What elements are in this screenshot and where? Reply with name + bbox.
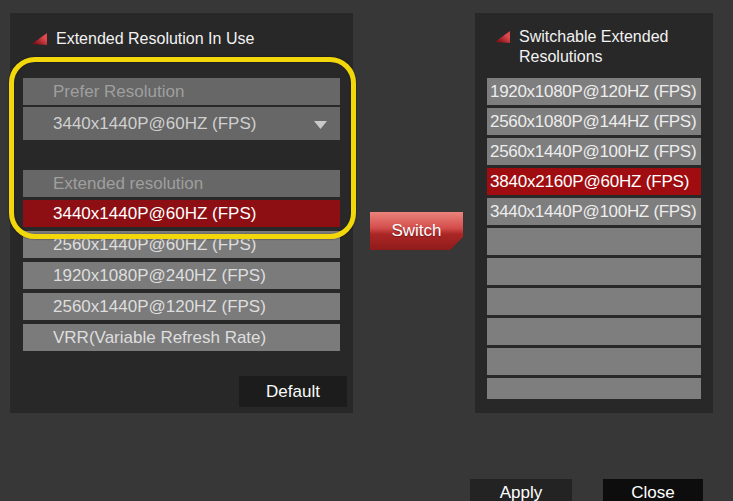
list-item-empty[interactable]: [487, 288, 701, 315]
close-button[interactable]: Close: [603, 479, 703, 501]
right-panel-title: Switchable Extended Resolutions: [519, 27, 695, 67]
left-panel-title: Extended Resolution In Use: [56, 29, 254, 49]
left-panel-header: Extended Resolution In Use: [32, 29, 254, 49]
list-item-resolution[interactable]: 1920x1080P@240HZ (FPS): [23, 262, 340, 289]
list-item-resolution[interactable]: 2560x1080P@144HZ (FPS): [487, 108, 701, 135]
list-item-empty[interactable]: [487, 348, 701, 375]
list-item-vrr[interactable]: VRR(Variable Refresh Rate): [23, 324, 340, 351]
extended-resolution-list: 3440x1440P@60HZ (FPS) 2560x1440P@60HZ (F…: [23, 200, 340, 351]
prefer-resolution-dropdown[interactable]: 3440x1440P@60HZ (FPS): [23, 107, 340, 140]
switch-button[interactable]: Switch: [370, 212, 463, 250]
apply-button[interactable]: Apply: [470, 479, 572, 501]
list-item-resolution[interactable]: 2560x1440P@120HZ (FPS): [23, 293, 340, 320]
list-item-resolution[interactable]: 2560x1440P@100HZ (FPS): [487, 138, 701, 165]
list-item-empty[interactable]: [487, 378, 701, 399]
list-item-empty[interactable]: [487, 318, 701, 345]
right-panel-header: Switchable Extended Resolutions: [495, 27, 695, 67]
list-item-resolution[interactable]: 3840x2160P@60HZ (FPS): [487, 168, 701, 195]
red-triangle-icon: [32, 33, 47, 45]
list-item-empty[interactable]: [487, 258, 701, 285]
list-item-resolution[interactable]: 3440x1440P@60HZ (FPS): [23, 200, 340, 227]
prefer-resolution-label: Prefer Resolution: [23, 78, 340, 105]
list-item-resolution[interactable]: 3440x1440P@100HZ (FPS): [487, 198, 701, 225]
chevron-down-icon: [314, 121, 327, 129]
red-triangle-icon: [495, 31, 510, 43]
apply-button-label: Apply: [500, 483, 543, 501]
close-button-label: Close: [631, 483, 674, 501]
extended-resolution-label: Extended resolution: [23, 170, 340, 197]
list-item-empty[interactable]: [487, 228, 701, 255]
extended-resolution-in-use-panel: Extended Resolution In Use Prefer Resolu…: [10, 13, 353, 413]
list-item-resolution[interactable]: 1920x1080P@120HZ (FPS): [487, 78, 701, 105]
default-button[interactable]: Default: [239, 376, 347, 407]
prefer-resolution-value: 3440x1440P@60HZ (FPS): [53, 114, 256, 134]
list-item-resolution[interactable]: 2560x1440P@60HZ (FPS): [23, 231, 340, 258]
switchable-resolution-list: 1920x1080P@120HZ (FPS) 2560x1080P@144HZ …: [487, 78, 701, 399]
switchable-extended-resolutions-panel: Switchable Extended Resolutions 1920x108…: [475, 13, 713, 413]
